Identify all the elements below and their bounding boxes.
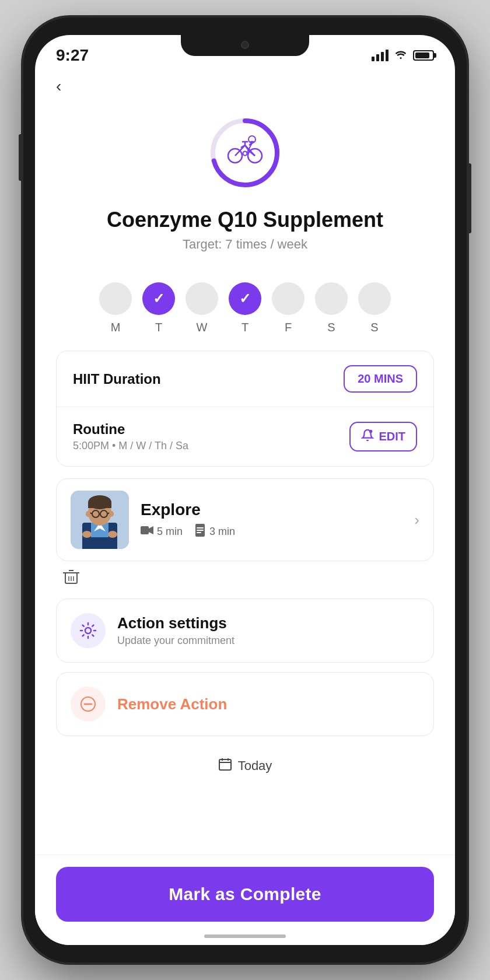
days-row: M T W T F: [56, 282, 434, 334]
day-wednesday[interactable]: W: [186, 282, 218, 334]
day-saturday[interactable]: S: [315, 282, 348, 334]
svg-point-36: [108, 531, 117, 538]
day-dot-friday[interactable]: [272, 282, 304, 315]
svg-marker-38: [149, 526, 153, 534]
explore-read-time: 3 min: [209, 526, 235, 538]
battery-icon: [413, 50, 434, 61]
svg-rect-27: [88, 502, 111, 508]
routine-info: Routine 5:00PM • M / W / Th / Sa: [73, 421, 188, 452]
day-label-saturday: S: [327, 321, 335, 334]
remove-action-label: Remove Action: [117, 695, 227, 713]
explore-meta-video: 5 min: [141, 525, 183, 538]
explore-card[interactable]: Explore 5 min: [56, 478, 434, 561]
routine-row: Routine 5:00PM • M / W / Th / Sa: [57, 407, 433, 466]
hiit-badge-button[interactable]: 20 MINS: [344, 365, 417, 393]
main-content: ‹: [35, 68, 455, 945]
day-dot-tuesday[interactable]: [142, 282, 175, 315]
hero-section: Coenzyme Q10 Supplement Target: 7 times …: [56, 100, 434, 266]
svg-point-35: [82, 531, 92, 538]
progress-ring: [204, 112, 286, 194]
settings-title: Action settings: [117, 614, 235, 632]
back-button[interactable]: ‹: [56, 68, 84, 100]
routine-sublabel: 5:00PM • M / W / Th / Sa: [73, 440, 188, 452]
explore-title: Explore: [141, 501, 402, 519]
svg-rect-52: [219, 760, 231, 770]
settings-icon-wrap: [71, 613, 106, 648]
wifi-icon: [394, 49, 407, 62]
habit-icon: [225, 129, 265, 177]
status-time: 9:27: [56, 46, 89, 65]
video-icon: [141, 525, 153, 538]
svg-rect-40: [197, 527, 204, 528]
home-indicator: [204, 935, 286, 938]
explore-meta: 5 min: [141, 524, 402, 540]
chevron-right-icon: ›: [414, 511, 419, 529]
explore-avatar: [71, 491, 129, 549]
delete-button[interactable]: [56, 566, 434, 589]
settings-info: Action settings Update your commitment: [117, 614, 235, 647]
svg-rect-42: [197, 532, 201, 533]
day-dot-saturday[interactable]: [315, 282, 348, 315]
routine-label: Routine: [73, 421, 188, 438]
today-label: Today: [238, 758, 272, 774]
day-sunday[interactable]: S: [358, 282, 391, 334]
explore-meta-read: 3 min: [194, 524, 235, 540]
remove-icon-wrap: [71, 687, 106, 722]
day-friday[interactable]: F: [272, 282, 304, 334]
action-settings-card[interactable]: Action settings Update your commitment: [56, 598, 434, 663]
day-label-monday: M: [111, 321, 121, 334]
doc-icon: [194, 524, 206, 540]
settings-sub: Update your commitment: [117, 635, 235, 647]
svg-point-49: [85, 628, 91, 634]
hiit-label: HIIT Duration: [73, 371, 161, 387]
svg-point-33: [86, 511, 90, 517]
svg-rect-41: [197, 530, 204, 531]
explore-video-time: 5 min: [157, 526, 183, 538]
status-icons: [372, 49, 434, 62]
day-thursday[interactable]: T: [229, 282, 261, 334]
day-label-thursday: T: [242, 321, 249, 334]
edit-button[interactable]: EDIT: [349, 422, 417, 452]
remove-action-card[interactable]: Remove Action: [56, 672, 434, 736]
svg-point-9: [243, 152, 247, 156]
hiit-row: HIIT Duration 20 MINS: [57, 351, 433, 407]
day-label-friday: F: [285, 321, 292, 334]
bottom-bar: Mark as Complete: [35, 855, 455, 945]
day-dot-monday[interactable]: [99, 282, 132, 315]
svg-rect-37: [141, 526, 149, 534]
signal-bars-icon: [372, 50, 388, 61]
day-dot-sunday[interactable]: [358, 282, 391, 315]
day-label-wednesday: W: [197, 321, 208, 334]
today-row[interactable]: Today: [56, 748, 434, 784]
explore-info: Explore 5 min: [141, 501, 402, 540]
svg-point-34: [109, 511, 114, 517]
day-label-tuesday: T: [155, 321, 162, 334]
habit-title: Coenzyme Q10 Supplement: [107, 208, 383, 232]
day-tuesday[interactable]: T: [142, 282, 175, 334]
info-card: HIIT Duration 20 MINS Routine 5:00PM • M…: [56, 351, 434, 467]
day-dot-wednesday[interactable]: [186, 282, 218, 315]
day-monday[interactable]: M: [99, 282, 132, 334]
calendar-icon: [218, 757, 232, 775]
svg-line-8: [241, 145, 245, 148]
day-label-sunday: S: [370, 321, 378, 334]
svg-point-19: [369, 430, 373, 433]
habit-target: Target: 7 times / week: [183, 237, 307, 252]
day-dot-thursday[interactable]: [229, 282, 261, 315]
edit-label: EDIT: [379, 430, 405, 443]
mark-as-complete-button[interactable]: Mark as Complete: [56, 867, 434, 922]
bell-icon: [361, 429, 374, 444]
